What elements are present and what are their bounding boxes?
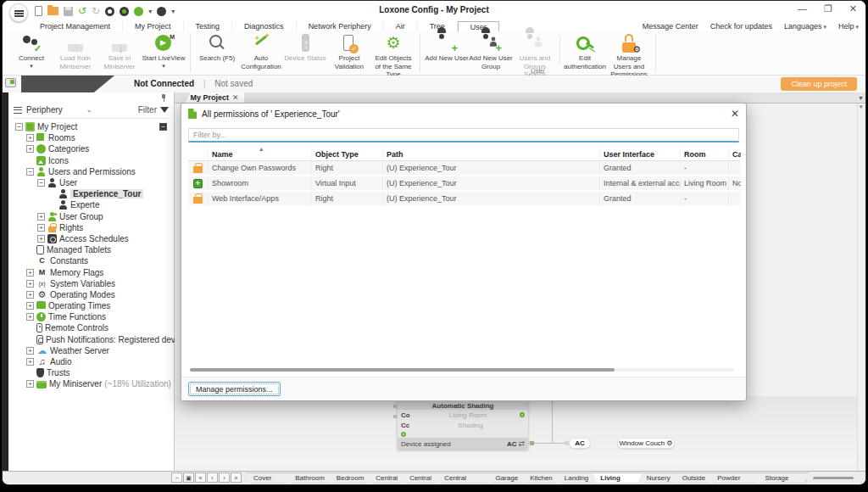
tree-item-operating-times[interactable]: Operating Times [8,300,174,311]
sheet-grid-icon[interactable]: ▣ [183,472,194,483]
expander-icon[interactable] [26,313,34,321]
filter-input[interactable] [188,128,739,143]
tree-item-managed-tablets[interactable]: Managed Tablets [8,244,174,255]
sheet-last-icon[interactable]: » [231,472,242,483]
expander-icon[interactable] [26,302,34,310]
minimize-button[interactable]: — [798,3,807,14]
expander-icon[interactable] [37,235,45,243]
sheet-tab-garage[interactable]: Garage [487,472,526,484]
gear-icon[interactable]: ⚙ [666,439,672,447]
sheet-tab-powder-room[interactable]: Powder Room [709,472,760,484]
sheet-first-icon[interactable]: « [195,472,206,483]
filter-funnel-icon[interactable] [160,107,169,113]
dialog-close-icon[interactable]: ✕ [731,108,739,120]
expander-icon[interactable] [26,134,34,142]
manage-users-permissions-button[interactable]: ⚙ Manage Users and Permissions [607,33,651,67]
column-room[interactable]: Room [681,148,729,160]
tab-diagnostics[interactable]: Diagnostics [232,21,297,31]
swap-icon[interactable]: ⇄ [518,439,525,448]
expander-icon[interactable] [26,358,34,366]
close-tab-icon[interactable]: ✕ [232,93,239,102]
sheet-tab-landing[interactable]: Landing [557,472,596,484]
tree-item-time-functions[interactable]: Time Functions [8,311,174,322]
tree-item-experience-tour[interactable]: Experience_Tour [8,188,174,199]
tab-testing[interactable]: Testing [184,21,233,31]
sheet-tab-kitchen[interactable]: Kitchen [522,472,560,484]
sheet-minimize-icon[interactable]: − [171,472,182,483]
tree-item-icons[interactable]: Icons [8,155,174,166]
sheet-tab-bedroom[interactable]: Bedroom [329,472,371,484]
expander-icon[interactable] [26,380,34,388]
tab-project-management[interactable]: Project Management [28,21,123,31]
ac-pill[interactable]: AC [569,438,591,449]
sheet-tab-nursery[interactable]: Nursery [639,472,678,484]
tab-air[interactable]: Air [384,21,418,31]
tree-item-system-variables[interactable]: (x)System Variables [8,278,174,289]
sheet-tab-central[interactable]: Central [368,472,405,484]
connect-button[interactable]: Connect▾ [9,33,53,67]
sheet-prev-icon[interactable]: ‹ [207,472,218,483]
tree-item-categories[interactable]: Categories [8,143,174,154]
tree-item-audio[interactable]: ♫Audio [8,356,174,367]
expander-icon[interactable] [37,179,45,187]
menu-check-updates[interactable]: Check for updates [710,22,772,31]
close-button[interactable]: ✕ [849,3,857,14]
add-new-user-button[interactable]: + Add New User [425,33,469,67]
device-status-button[interactable]: Device Status [283,33,327,67]
sheet-tab-central-heating[interactable]: Central Heating [437,472,491,484]
expander-icon[interactable] [15,123,23,131]
chevron-down-icon[interactable]: ⌄ [86,106,92,114]
canvas-vertical-scrollbar[interactable] [857,103,865,472]
menu-languages[interactable]: Languages▾ [784,22,826,31]
expander-icon[interactable] [26,269,34,277]
expander-icon[interactable] [26,280,34,288]
column-object-type[interactable]: Object Type [312,148,383,160]
tree-item-rights[interactable]: Rights [8,222,174,233]
expander-icon[interactable] [26,145,34,153]
tree-item-user[interactable]: User [8,177,174,188]
tree-item-users-permissions[interactable]: Users and Permissions [8,166,174,177]
tree-item-experte[interactable]: Experte [8,199,174,210]
start-liveview-button[interactable]: Start LiveView▾ [142,33,186,67]
tab-overflow-icon[interactable]: ▼ [858,95,864,101]
dialog-horizontal-scrollbar[interactable] [190,368,734,372]
column-user-interface[interactable]: User Interface [600,148,681,160]
expander-icon[interactable] [26,168,34,176]
expander-icon[interactable] [37,213,45,221]
tree-item-trusts[interactable]: Trusts [8,367,174,378]
expander-icon[interactable] [26,291,34,299]
tree-item-weather-server[interactable]: ☁Weather Server [8,345,174,356]
sheet-scrollbar-thumb[interactable] [813,477,854,479]
sheet-tab-central-2[interactable]: Central 2 [402,472,440,484]
sheet-tab-outside[interactable]: Outside [675,472,714,484]
table-row[interactable]: Change Own Passwords Right (U) Experienc… [188,161,741,176]
tree-item-user-group[interactable]: User Group [8,211,174,222]
sheet-tab-bathroom[interactable]: Bathroom [287,472,332,484]
maximize-button[interactable]: ❐ [824,3,832,14]
tree-item-push-notifications[interactable]: Push Notifications: Registered devices [8,334,174,345]
tree-item-constants[interactable]: CConstants [8,255,174,266]
edit-authentication-button[interactable]: Edit authentication [563,33,607,67]
window-couch-device[interactable]: Window Couch⚙ [617,438,675,449]
tab-network-periphery[interactable]: Network Periphery [297,21,384,31]
edit-objects-button[interactable]: ⚙ Edit Objects of the Same Type [371,33,415,67]
tree-item-access-schedules[interactable]: Access Schedules [8,233,174,244]
tree-item-my-project[interactable]: My Project [8,121,174,132]
tree-item-remote-controls[interactable]: Remote Controls [8,322,174,333]
search-button[interactable]: Search (F5) [195,33,239,67]
users-groups-search-button[interactable]: Users and Groups Search [513,33,557,67]
tree-item-operating-modes[interactable]: ⚙Operating Modes [8,289,174,300]
pin-icon[interactable] [160,94,167,102]
tree-item-memory-flags[interactable]: MMemory Flags [8,266,174,277]
sheet-tab-living-room[interactable]: Living Room [593,472,642,484]
manage-permissions-button[interactable]: Manage permissions... [188,382,281,396]
sheet-tab-storage-cellar[interactable]: Storage Cellar [757,472,809,484]
tree-item-my-miniserver[interactable]: My Miniserver(~18% Utilization) [8,378,174,389]
tab-my-project[interactable]: My Project [123,21,184,31]
project-validation-button[interactable]: Project Validation [327,33,371,67]
sheet-next-icon[interactable]: › [219,472,230,483]
column-ca[interactable]: Ca [729,148,741,160]
tree-item-rooms[interactable]: Rooms [8,132,174,143]
table-row[interactable]: Web Interface/Apps Right (U) Experience_… [188,192,741,207]
clean-up-project-button[interactable]: Clean up project [781,77,857,91]
